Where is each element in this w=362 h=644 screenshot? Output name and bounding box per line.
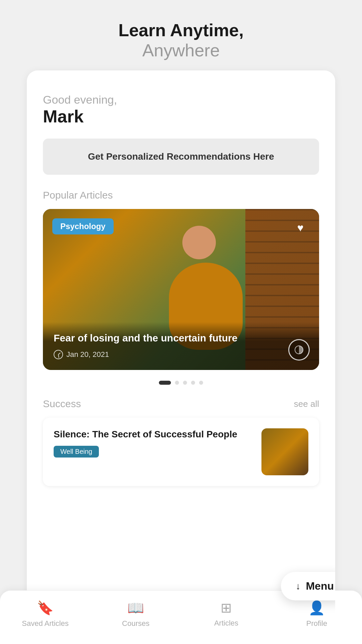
profile-icon: 👤 [308, 600, 325, 616]
clock-icon [54, 350, 63, 359]
success-card-text: Silence: The Secret of Successful People… [54, 428, 253, 458]
nav-articles[interactable]: ⊞ Articles [181, 600, 272, 628]
articles-icon: ⊞ [221, 600, 232, 615]
main-card: Good evening, Mark Get Personalized Reco… [27, 70, 335, 644]
menu-label: Menu [306, 580, 334, 592]
featured-article-card[interactable]: Psychology ♥ Fear of losing and the unce… [43, 209, 319, 370]
article-overlay: Fear of losing and the uncertain future … [43, 322, 319, 370]
dot-4[interactable] [191, 381, 195, 385]
dot-5[interactable] [199, 381, 203, 385]
success-card-image [261, 428, 308, 475]
carousel-dots [43, 381, 319, 385]
nav-profile[interactable]: 👤 Profile [272, 600, 362, 628]
greeting-name: Mark [43, 106, 319, 126]
floating-menu-button[interactable]: ↓ Menu [281, 572, 335, 600]
dot-2[interactable] [175, 381, 179, 385]
article-date: Jan 20, 2021 [66, 350, 109, 359]
header-section: Learn Anytime, Anywhere [118, 20, 244, 60]
success-card[interactable]: Silence: The Secret of Successful People… [43, 418, 319, 486]
header-line1: Learn Anytime, [118, 20, 244, 40]
nav-courses-label: Courses [122, 619, 149, 628]
nav-saved-articles[interactable]: 🔖 Saved Articles [0, 600, 90, 628]
popular-articles-title: Popular Articles [43, 190, 319, 201]
success-card-title: Silence: The Secret of Successful People [54, 428, 253, 440]
dot-1[interactable] [159, 381, 171, 385]
nav-saved-label: Saved Articles [22, 619, 68, 628]
greeting-section: Good evening, Mark [43, 87, 319, 139]
progress-pie-icon [294, 345, 304, 355]
nav-courses[interactable]: 📖 Courses [90, 600, 181, 628]
see-all-button[interactable]: see all [294, 399, 319, 409]
article-progress-button[interactable] [288, 339, 310, 361]
header-line2: Anywhere [118, 40, 244, 60]
greeting-time: Good evening, [43, 93, 319, 106]
monk-head [182, 226, 216, 259]
recommendations-button[interactable]: Get Personalized Recommendations Here [43, 139, 319, 175]
dot-3[interactable] [183, 381, 187, 385]
nav-profile-label: Profile [306, 619, 327, 628]
nav-articles-label: Articles [214, 619, 238, 628]
success-section-header: Success see all [43, 398, 319, 410]
article-favorite-button[interactable]: ♥ [291, 218, 310, 237]
article-title: Fear of losing and the uncertain future [54, 331, 308, 344]
heart-icon: ♥ [297, 222, 304, 234]
article-category-badge[interactable]: Psychology [52, 218, 114, 234]
menu-arrow-icon: ↓ [296, 581, 300, 592]
courses-icon: 📖 [127, 600, 144, 616]
saved-articles-icon: 🔖 [37, 600, 54, 616]
success-section-title: Success [43, 398, 81, 410]
article-meta: Jan 20, 2021 [54, 350, 308, 359]
success-card-tag: Well Being [54, 446, 99, 458]
